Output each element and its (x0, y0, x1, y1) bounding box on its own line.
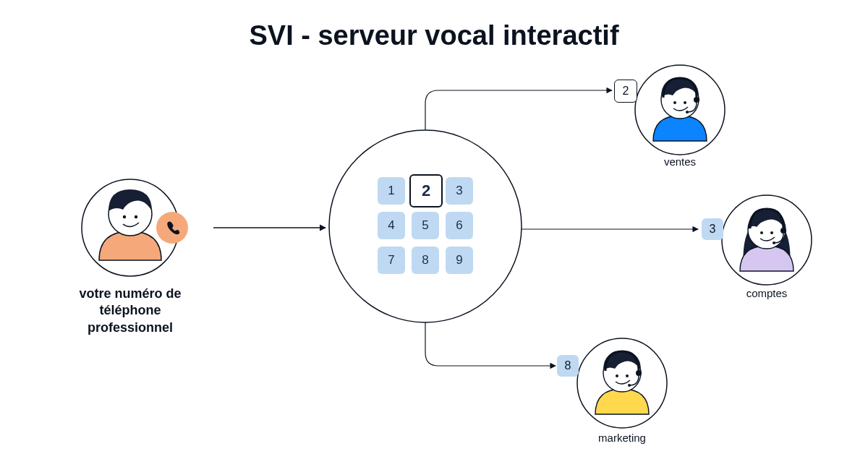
keypad-key-2-selected: 2 (409, 174, 443, 207)
caller-label: votre numéro de téléphone professionnel (61, 286, 199, 336)
keypad-key-4: 4 (378, 212, 405, 239)
svg-point-16 (636, 370, 642, 376)
svg-point-15 (626, 374, 629, 377)
keypad-key-9: 9 (446, 247, 473, 274)
route-box-ventes: 2 (614, 80, 637, 103)
svg-point-7 (686, 111, 689, 113)
svg-point-5 (684, 101, 686, 104)
svg-point-17 (628, 384, 631, 387)
keypad-key-7: 7 (378, 247, 405, 274)
route-box-marketing: 8 (557, 355, 579, 377)
svg-point-1 (123, 215, 126, 218)
keypad-key-1: 1 (378, 177, 405, 205)
svg-point-12 (773, 241, 775, 244)
svg-point-9 (760, 231, 763, 234)
caller-avatar (99, 189, 161, 260)
agent-ventes-avatar (653, 78, 707, 141)
svg-point-2 (135, 215, 137, 218)
svg-point-14 (616, 374, 618, 377)
route-box-comptes: 3 (702, 218, 723, 240)
keypad-key-3: 3 (446, 177, 473, 205)
keypad-key-6: 6 (446, 212, 473, 239)
keypad-key-5: 5 (412, 212, 439, 239)
agent-marketing-avatar (595, 351, 649, 414)
connector-ventes (425, 90, 612, 130)
svg-point-11 (780, 228, 786, 234)
agent-label-comptes: comptes (716, 287, 817, 299)
agent-label-marketing: marketing (571, 432, 673, 444)
agent-comptes-avatar (740, 209, 793, 271)
svg-point-4 (673, 101, 676, 104)
svg-point-10 (770, 231, 773, 234)
connector-marketing (425, 322, 556, 366)
keypad-key-8: 8 (412, 247, 439, 274)
agent-label-ventes: ventes (629, 155, 731, 168)
svg-point-6 (694, 97, 699, 103)
